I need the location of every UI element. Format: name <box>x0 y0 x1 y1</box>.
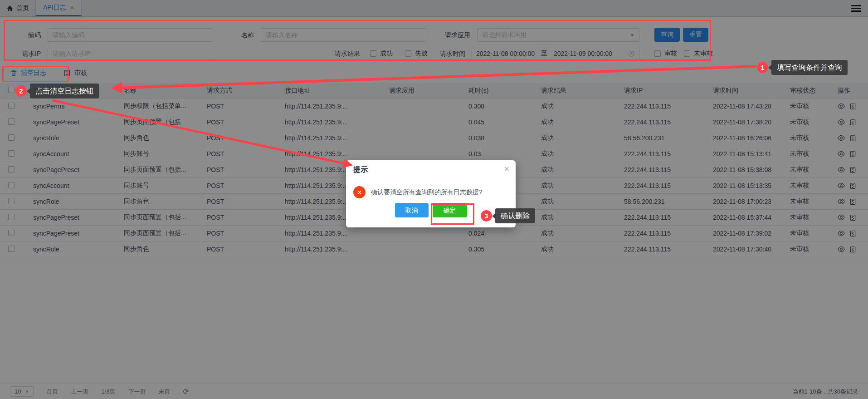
dialog-title: 提示 <box>346 160 516 179</box>
dialog-message: 确认要清空所有查询到的所有日志数据? <box>371 188 483 197</box>
confirm-dialog: 提示 × ✕ 确认要清空所有查询到的所有日志数据? 取消 确定 <box>346 160 516 227</box>
close-icon[interactable]: × <box>504 164 509 173</box>
error-icon: ✕ <box>353 186 366 198</box>
cancel-button[interactable]: 取消 <box>395 203 429 217</box>
confirm-button[interactable]: 确定 <box>433 203 467 217</box>
